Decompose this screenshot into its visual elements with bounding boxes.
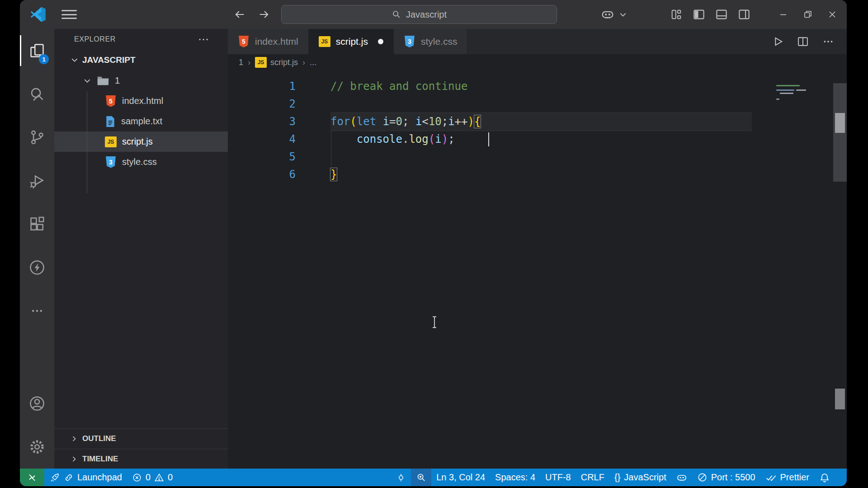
explorer-sidebar: EXPLORER ⋯ JAVASCRIPT 1 5index.htmlsampl… — [54, 29, 228, 469]
run-code-icon[interactable] — [771, 35, 784, 48]
tree-file-sample.txt[interactable]: sample.txt — [54, 111, 228, 131]
tree-file-style.css[interactable]: 3style.css — [54, 152, 228, 172]
js-file-icon: JS — [255, 57, 267, 68]
settings-gear-icon[interactable] — [20, 425, 54, 469]
js-file-icon: JS — [319, 36, 330, 47]
encoding-setting[interactable]: UTF-8 — [540, 469, 576, 486]
remote-icon — [27, 473, 37, 483]
close-button[interactable] — [822, 5, 842, 24]
more-actions-icon[interactable] — [20, 289, 54, 333]
tree-file-index.html[interactable]: 5index.html — [54, 91, 228, 111]
tab-script.js[interactable]: JSscript.js — [309, 29, 394, 54]
workspace-root[interactable]: JAVASCRIPT — [54, 50, 228, 70]
sidebar-item-live-server[interactable] — [20, 246, 54, 289]
notifications-bell-icon[interactable] — [814, 469, 835, 486]
tab-strip: 5index.htmlJSscript.js3style.css — [228, 29, 847, 54]
toggle-panel-icon[interactable] — [714, 7, 729, 22]
css-file-icon: 3 — [105, 156, 117, 168]
vscode-window: Javascript — [20, 0, 847, 486]
sidebar-item-explorer[interactable]: 1 — [20, 29, 54, 72]
breadcrumb-item[interactable]: 1 — [239, 58, 243, 67]
chevron-down-icon[interactable] — [615, 7, 631, 22]
code-line-2[interactable]: 2 — [228, 95, 847, 113]
problems-button[interactable]: 0 0 — [127, 469, 178, 486]
modified-indicator[interactable] — [378, 39, 383, 44]
code-line-6[interactable]: 6} — [228, 166, 847, 183]
breadcrumb: 1›JSscript.js›... — [228, 54, 847, 70]
code-editor[interactable]: 1// break and continue23for(let i=0; i<1… — [228, 70, 847, 469]
explorer-more-actions-icon[interactable]: ⋯ — [198, 33, 210, 46]
cursor-position[interactable]: Ln 3, Col 24 — [431, 469, 490, 486]
html-file-icon: 5 — [238, 36, 250, 47]
outline-section[interactable]: OUTLINE — [54, 429, 228, 449]
tree-file-script.js[interactable]: JSscript.js — [54, 131, 228, 152]
sidebar-item-run-debug[interactable] — [20, 159, 54, 202]
sidebar-item-extensions[interactable] — [20, 202, 54, 246]
search-icon — [392, 9, 401, 19]
js-file-icon: JS — [105, 136, 117, 147]
error-count: 0 — [146, 472, 151, 483]
zoom-button[interactable] — [411, 469, 431, 486]
indentation-setting[interactable]: Spaces: 4 — [490, 469, 540, 486]
rocket-icon — [49, 472, 60, 483]
file-tree: 1 5index.htmlsample.txtJSscript.js3style… — [54, 70, 228, 428]
chevron-right-icon — [71, 435, 78, 442]
sidebar-item-source-control[interactable] — [20, 116, 54, 159]
split-editor-icon[interactable] — [796, 35, 810, 48]
line-number: 3 — [228, 113, 305, 131]
indent-guide — [331, 131, 331, 166]
code-line-3[interactable]: 3for(let i=0; i<10;i++){ — [228, 113, 847, 131]
folder-icon — [97, 75, 109, 86]
warning-count: 0 — [168, 472, 173, 483]
code-line-5[interactable]: 5 — [228, 148, 847, 166]
braces-icon: {} — [614, 472, 620, 483]
command-center-search[interactable]: Javascript — [281, 5, 557, 24]
minimap[interactable] — [774, 84, 832, 116]
line-number: 4 — [228, 131, 305, 148]
lightning-icon — [28, 259, 46, 276]
toggle-secondary-sidebar-icon[interactable] — [736, 7, 752, 22]
status-bar: Launchpad 0 0 Ln 3, Col 24 Spaces: 4 UTF… — [20, 469, 847, 486]
tab-index.html[interactable]: 5index.html — [228, 29, 309, 54]
live-server-port[interactable]: Port : 5500 — [692, 469, 760, 486]
eol-setting[interactable]: CRLF — [576, 469, 609, 486]
tab-style.css[interactable]: 3style.css — [394, 29, 468, 54]
title-bar: Javascript — [20, 0, 847, 29]
screencast-button[interactable] — [391, 469, 411, 486]
activity-bar: 1 — [20, 29, 54, 469]
prettier-status[interactable]: Prettier — [760, 469, 814, 486]
timeline-section[interactable]: TIMELINE — [54, 449, 228, 469]
vertical-scrollbar[interactable] — [833, 70, 847, 469]
code-line-1[interactable]: 1// break and continue — [228, 78, 847, 95]
copilot-icon[interactable] — [600, 7, 615, 22]
breadcrumb-item[interactable]: ... — [310, 58, 316, 67]
menu-hamburger-icon[interactable] — [61, 8, 77, 21]
navigate-back-icon[interactable] — [232, 7, 247, 22]
remote-indicator[interactable] — [20, 469, 44, 486]
chevron-down-icon — [71, 56, 79, 64]
vscode-logo-icon — [30, 6, 46, 23]
navigate-forward-icon[interactable] — [257, 7, 271, 22]
tree-folder-1[interactable]: 1 — [54, 70, 228, 91]
customize-layout-icon[interactable] — [669, 7, 684, 22]
explorer-title: EXPLORER — [74, 35, 116, 43]
html-file-icon: 5 — [105, 95, 117, 107]
copilot-status-icon[interactable] — [671, 469, 692, 486]
css-file-icon: 3 — [404, 36, 415, 47]
toggle-sidebar-icon[interactable] — [691, 7, 707, 22]
minimize-button[interactable] — [774, 5, 793, 24]
breadcrumb-item[interactable]: JSscript.js — [255, 57, 298, 68]
language-mode[interactable]: {} JavaScript — [609, 469, 671, 486]
debug-icon — [28, 172, 46, 189]
editor-more-actions-icon[interactable] — [821, 35, 835, 48]
line-number: 5 — [228, 148, 305, 166]
restore-button[interactable] — [798, 5, 818, 24]
accounts-icon[interactable] — [20, 382, 54, 425]
search-icon — [28, 85, 46, 103]
sidebar-item-search[interactable] — [20, 72, 54, 116]
code-line-4[interactable]: 4 console.log(i); — [228, 131, 847, 148]
link-icon — [64, 473, 74, 483]
launchpad-button[interactable]: Launchpad — [44, 469, 127, 486]
zoom-in-icon — [416, 472, 426, 483]
explorer-badge: 1 — [39, 54, 49, 64]
